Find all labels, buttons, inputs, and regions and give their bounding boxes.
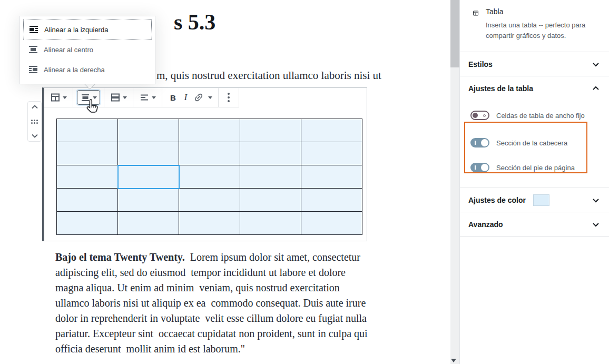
table-settings-body: Celdas de tabla de ancho fijo Sección de… bbox=[460, 101, 609, 188]
move-down-button[interactable] bbox=[31, 133, 39, 139]
caret-down-icon bbox=[152, 96, 156, 99]
paragraph-bold-lead: Bajo el tema Twenty Twenty. bbox=[55, 251, 185, 263]
page-title: s 5.3 bbox=[174, 9, 215, 35]
chevron-down-icon bbox=[31, 133, 39, 139]
menu-item-label: Alinear a la derecha bbox=[44, 66, 105, 74]
paragraph-text: magna aliqua. Ut enim ad minim veniam, q… bbox=[55, 280, 371, 296]
change-alignment-button[interactable] bbox=[77, 90, 100, 105]
table-cell[interactable] bbox=[57, 119, 118, 142]
table-cell[interactable] bbox=[301, 119, 362, 142]
chevron-down-icon bbox=[591, 195, 601, 205]
align-right-icon bbox=[28, 64, 38, 75]
drag-handle[interactable] bbox=[31, 120, 38, 124]
toggle-row-header-section: Sección de la cabecera bbox=[460, 132, 609, 153]
table-cell[interactable] bbox=[118, 119, 179, 142]
table-block-icon bbox=[473, 6, 479, 20]
table-block-icon bbox=[50, 92, 61, 103]
caret-down-icon bbox=[208, 96, 212, 99]
edit-table-icon bbox=[110, 92, 121, 103]
toggle-row-fixed-width: Celdas de tabla de ancho fijo bbox=[460, 105, 609, 126]
caret-down-icon bbox=[123, 96, 127, 99]
panel-ajustes-tabla[interactable]: Ajustes de la tabla bbox=[460, 76, 609, 101]
table-cell[interactable] bbox=[118, 142, 179, 165]
table-cell[interactable] bbox=[179, 189, 240, 212]
block-card-title: Tabla bbox=[486, 6, 601, 16]
table-cell[interactable] bbox=[240, 212, 301, 235]
toggle-label: Celdas de tabla de ancho fijo bbox=[496, 112, 585, 120]
table-cell[interactable] bbox=[179, 212, 240, 235]
chevron-up-icon bbox=[591, 84, 601, 93]
table-cell[interactable] bbox=[118, 189, 179, 212]
table-cell[interactable] bbox=[240, 189, 301, 212]
table-cell[interactable] bbox=[301, 212, 362, 235]
text-alignment-button[interactable] bbox=[137, 90, 158, 105]
chevron-up-icon bbox=[31, 104, 39, 110]
table-cell[interactable] bbox=[57, 165, 118, 189]
fixed-width-toggle[interactable] bbox=[470, 111, 489, 120]
paragraph-text: dolor in reprehenderit in voluptate veli… bbox=[55, 311, 371, 326]
move-up-button[interactable] bbox=[31, 104, 39, 110]
more-rich-text-button[interactable] bbox=[206, 94, 214, 101]
chevron-down-icon bbox=[591, 220, 601, 229]
body-paragraph[interactable]: Bajo el tema Twenty Twenty. Lorem ipsum … bbox=[55, 250, 371, 357]
scrollbar-down-arrow[interactable] bbox=[451, 359, 456, 362]
panel-title: Avanzado bbox=[468, 220, 503, 229]
menu-item-label: Alinear al centro bbox=[44, 46, 93, 54]
panel-ajustes-color[interactable]: Ajustes de color bbox=[460, 188, 609, 212]
paragraph-text: pariatur. Excepteur sint occaecat cupida… bbox=[55, 326, 371, 341]
table-grid[interactable] bbox=[56, 119, 362, 235]
panel-avanzado[interactable]: Avanzado bbox=[460, 212, 609, 237]
paragraph-text: adipiscing elit, sed do eiusmod tempor i… bbox=[55, 265, 371, 280]
caret-down-icon bbox=[63, 96, 67, 99]
table-cell[interactable] bbox=[240, 165, 301, 189]
panel-title: Estilos bbox=[468, 60, 493, 68]
table-cell-selected[interactable] bbox=[118, 165, 179, 189]
block-card: Tabla Inserta una tabla -- perfecto para… bbox=[460, 0, 609, 52]
scrollbar-thumb[interactable] bbox=[450, 0, 459, 67]
align-center-icon bbox=[28, 44, 38, 55]
paragraph-line-partial: m, quis nostrud exercitation ullamco lab… bbox=[156, 69, 381, 82]
alignment-dropdown-menu: Alinear a la izquierda Alinear al centro… bbox=[19, 16, 155, 84]
header-section-toggle[interactable] bbox=[470, 138, 489, 147]
panel-estilos[interactable]: Estilos bbox=[460, 52, 609, 76]
table-cell[interactable] bbox=[301, 165, 362, 189]
settings-sidebar: Tabla Inserta una tabla -- perfecto para… bbox=[459, 0, 609, 364]
table-cell[interactable] bbox=[118, 212, 179, 235]
more-options-button[interactable] bbox=[222, 92, 235, 103]
table-cell[interactable] bbox=[240, 142, 301, 165]
color-swatch[interactable] bbox=[533, 194, 549, 206]
menu-item-align-center[interactable]: Alinear al centro bbox=[23, 40, 152, 60]
table-cell[interactable] bbox=[301, 189, 362, 212]
table-cell[interactable] bbox=[301, 142, 362, 165]
edit-table-button[interactable] bbox=[108, 90, 129, 105]
panel-title: Ajustes de color bbox=[468, 196, 526, 204]
toggle-label: Sección del pie de página bbox=[496, 164, 575, 172]
block-switcher-button[interactable] bbox=[48, 90, 69, 105]
toggle-label: Sección de la cabecera bbox=[496, 139, 567, 147]
menu-item-align-left[interactable]: Alinear a la izquierda bbox=[23, 19, 152, 40]
paragraph-text: ullamco laboris nisi ut aliquip ex ea co… bbox=[55, 296, 371, 311]
table-cell[interactable] bbox=[179, 142, 240, 165]
toggle-row-footer-section: Sección del pie de página bbox=[460, 157, 609, 178]
table-cell[interactable] bbox=[57, 212, 118, 235]
table-cell[interactable] bbox=[57, 189, 118, 212]
align-left-icon bbox=[28, 24, 39, 35]
table-cell[interactable] bbox=[57, 142, 118, 165]
footer-section-toggle[interactable] bbox=[470, 163, 489, 172]
alignment-icon bbox=[80, 92, 91, 103]
paragraph-text: officia deserunt mollit anim id est labo… bbox=[55, 341, 371, 357]
block-toolbar: B I bbox=[44, 88, 239, 107]
table-block[interactable]: B I bbox=[42, 87, 367, 241]
table-cell[interactable] bbox=[179, 165, 240, 189]
italic-button[interactable]: I bbox=[180, 92, 191, 103]
bold-button[interactable]: B bbox=[166, 92, 180, 103]
table-cell[interactable] bbox=[179, 119, 240, 142]
text-align-left-icon bbox=[139, 92, 150, 103]
menu-item-align-right[interactable]: Alinear a la derecha bbox=[23, 60, 152, 80]
link-button[interactable] bbox=[191, 90, 206, 105]
caret-down-icon bbox=[93, 96, 97, 99]
paragraph-text: Lorem ipsum dolor sit amet, consectetur bbox=[185, 251, 360, 263]
chevron-down-icon bbox=[591, 60, 601, 69]
table-cell[interactable] bbox=[240, 119, 301, 142]
block-mover bbox=[27, 101, 42, 142]
